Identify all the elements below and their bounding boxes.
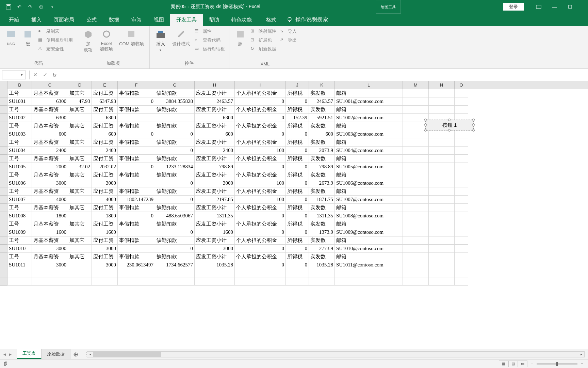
cell[interactable]: SU1001@contoso.com <box>335 97 403 106</box>
cell[interactable]: SU1011@contoso.com <box>335 261 403 269</box>
cell[interactable]: 邮箱 <box>335 138 403 147</box>
name-box[interactable]: ▼ <box>2 71 26 79</box>
cell[interactable]: SU1010@contoso.com <box>335 245 403 253</box>
cell[interactable] <box>118 269 155 277</box>
row-header[interactable] <box>0 187 7 196</box>
column-header-E[interactable]: E <box>92 81 118 89</box>
column-header-C[interactable]: C <box>32 81 68 89</box>
column-header-J[interactable]: J <box>286 81 309 89</box>
cell[interactable] <box>92 277 118 286</box>
cell[interactable]: 邮箱 <box>335 204 403 212</box>
cell[interactable] <box>403 228 429 236</box>
cell[interactable]: 缺勤扣款 <box>155 89 195 97</box>
cell[interactable]: 0 <box>286 261 309 269</box>
cell[interactable]: 邮箱 <box>335 106 403 114</box>
cell[interactable]: 所得税 <box>286 89 309 97</box>
enter-formula-icon[interactable]: ✓ <box>43 72 47 78</box>
cell[interactable] <box>429 204 455 212</box>
cell[interactable]: 230.0613497 <box>118 261 155 269</box>
cell[interactable]: 100 <box>235 179 286 187</box>
cell[interactable]: 所得税 <box>286 204 309 212</box>
cell[interactable]: 个人承担的公积金 <box>235 106 286 114</box>
cell[interactable]: SU1003@contoso.com <box>335 130 403 138</box>
cell[interactable]: 1600 <box>195 228 235 236</box>
cell[interactable]: 所得税 <box>286 155 309 163</box>
cell[interactable]: 个人承担的公积金 <box>235 122 286 130</box>
cell[interactable]: 1800 <box>92 212 118 220</box>
cell[interactable]: 个人承担的公积金 <box>235 138 286 147</box>
cell[interactable]: 所得税 <box>286 236 309 245</box>
cell[interactable]: 0 <box>235 261 286 269</box>
cell[interactable] <box>403 253 429 261</box>
cell[interactable]: 1311.35 <box>309 212 335 220</box>
cell[interactable] <box>195 277 235 286</box>
cell[interactable]: 实发数 <box>309 204 335 212</box>
cell[interactable]: 实发数 <box>309 171 335 179</box>
cell[interactable]: 工号 <box>7 236 32 245</box>
cell[interactable] <box>455 196 468 204</box>
cell[interactable]: 加其它 <box>68 204 92 212</box>
cell[interactable]: 488.6503067 <box>155 212 195 220</box>
cell[interactable]: 加其它 <box>68 236 92 245</box>
cell[interactable]: 2463.57 <box>195 97 235 106</box>
cell[interactable]: SU1006 <box>7 179 32 187</box>
xml-import-button[interactable]: ↘导入 <box>279 28 297 35</box>
cell[interactable] <box>429 212 455 220</box>
cell[interactable]: 邮箱 <box>335 236 403 245</box>
cell[interactable]: 4000 <box>92 196 118 204</box>
cell[interactable] <box>429 179 455 187</box>
cell[interactable] <box>155 269 195 277</box>
refresh-data-button[interactable]: ↻刷新数据 <box>250 46 277 52</box>
cell[interactable]: 应付工资 <box>92 236 118 245</box>
column-header-O[interactable]: O <box>455 81 468 89</box>
cell[interactable]: 应付工资 <box>92 204 118 212</box>
cell[interactable]: 工号 <box>7 89 32 97</box>
cell[interactable] <box>429 138 455 147</box>
cell[interactable] <box>68 269 92 277</box>
cell[interactable]: 应发工资小计 <box>195 138 235 147</box>
cell[interactable]: 缺勤扣款 <box>155 187 195 196</box>
cell[interactable]: 所得税 <box>286 106 309 114</box>
cell[interactable]: 2197.85 <box>195 196 235 204</box>
cell[interactable] <box>455 253 468 261</box>
sheet-tab-salary[interactable]: 工资表 <box>17 349 42 359</box>
cell[interactable]: 2073.9 <box>309 147 335 155</box>
cell[interactable]: 2673.9 <box>309 179 335 187</box>
form-button-control[interactable]: 按钮 1 <box>425 120 474 131</box>
cell[interactable] <box>235 269 286 277</box>
cell[interactable] <box>455 97 468 106</box>
cell[interactable] <box>68 179 92 187</box>
cell[interactable]: 工号 <box>7 138 32 147</box>
cell[interactable] <box>455 163 468 171</box>
cell[interactable]: 0 <box>118 97 155 106</box>
column-header-G[interactable]: G <box>155 81 195 89</box>
cell[interactable] <box>455 89 468 97</box>
cell[interactable] <box>455 245 468 253</box>
cell[interactable]: 个人承担的公积金 <box>235 220 286 228</box>
cell[interactable] <box>455 138 468 147</box>
cell[interactable]: 应发工资小计 <box>195 155 235 163</box>
cell[interactable]: 应发工资小计 <box>195 204 235 212</box>
cell[interactable] <box>92 269 118 277</box>
cell[interactable] <box>7 269 32 277</box>
cell[interactable]: SU1005@contoso.com <box>335 163 403 171</box>
cell[interactable] <box>403 204 429 212</box>
cell[interactable] <box>455 220 468 228</box>
cell[interactable]: SU1008@contoso.com <box>335 212 403 220</box>
cell[interactable]: 2400 <box>32 147 68 155</box>
cell[interactable]: 缺勤扣款 <box>155 106 195 114</box>
cell[interactable]: 个人承担的公积金 <box>235 89 286 97</box>
cell[interactable] <box>455 228 468 236</box>
row-header[interactable] <box>0 171 7 179</box>
cell[interactable]: 邮箱 <box>335 155 403 163</box>
cell[interactable] <box>429 196 455 204</box>
excel-addins-button[interactable]: Excel 加载项 <box>98 27 115 53</box>
row-header[interactable] <box>0 147 7 155</box>
cell[interactable]: 应付工资 <box>92 155 118 163</box>
cell[interactable] <box>68 228 92 236</box>
cell[interactable]: 月基本薪资 <box>32 89 68 97</box>
cell[interactable]: 2773.9 <box>309 245 335 253</box>
cell[interactable]: 应发工资小计 <box>195 253 235 261</box>
cell[interactable]: 6347.93 <box>92 97 118 106</box>
cell[interactable]: 邮箱 <box>335 171 403 179</box>
